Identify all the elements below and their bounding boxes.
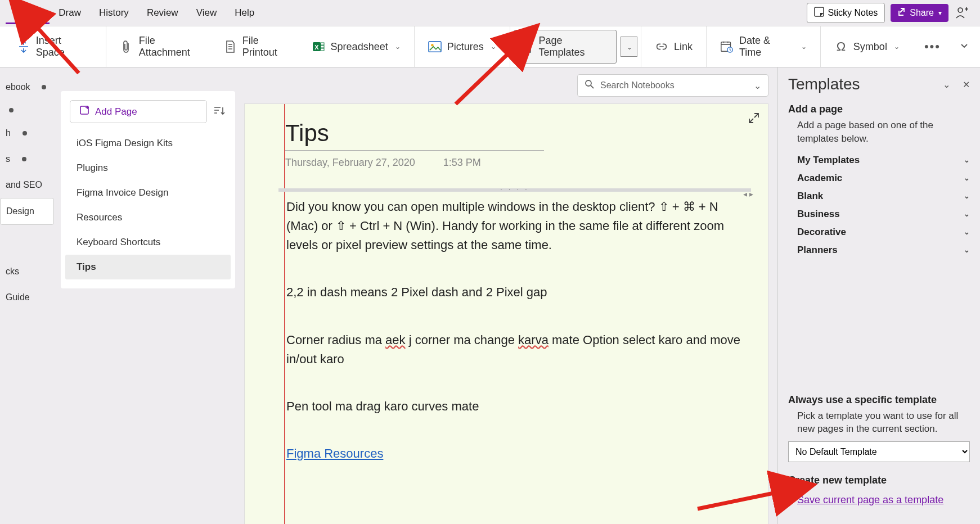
share-label: Share [910,8,934,18]
add-page-section-title: Add a page [788,103,970,115]
spreadsheet-button[interactable]: X Spreadsheet ⌄ [306,35,406,58]
picture-icon [428,40,442,53]
excel-icon: X [312,40,325,53]
svg-point-1 [958,8,963,12]
svg-rect-5 [321,46,324,48]
always-template-title: Always use a specific template [788,394,970,406]
date-time-button[interactable]: Date & Time ⌄ [714,30,812,63]
sticky-note-icon [814,7,824,19]
file-attachment-button[interactable]: File Attachment [114,30,213,63]
page-item-active[interactable]: Tips [65,255,231,279]
menu-history[interactable]: History [90,2,138,24]
svg-rect-6 [321,48,324,51]
link-button[interactable]: Link [649,35,698,58]
insert-space-label: Insert Space [36,35,92,58]
file-printout-button[interactable]: File Printout [218,30,301,63]
menu-view[interactable]: View [187,2,226,24]
ribbon-toolbar: Insert Space File Attachment File Printo… [0,26,980,67]
sticky-notes-button[interactable]: Sticky Notes [807,3,885,23]
chevron-down-icon: ⌄ [627,43,632,51]
menu-help[interactable]: Help [226,2,263,24]
drag-handle[interactable]: . . . . [278,184,751,192]
close-icon[interactable]: ✕ [963,79,970,90]
note-link[interactable]: Figma Resources [286,446,383,460]
page-list-panel: Add Page iOS Figma Design Kits Plugins F… [61,91,235,288]
page-item[interactable]: iOS Figma Design Kits [65,131,231,156]
chevron-down-icon: ⌄ [491,43,496,51]
add-page-button[interactable]: Add Page [70,100,207,123]
section-item-selected[interactable]: Design [0,198,54,225]
page-templates-dropdown[interactable]: ⌄ [621,37,637,57]
chevron-down-icon: ⌄ [964,174,970,182]
section-item[interactable] [0,100,54,120]
note-paragraph[interactable]: 2,2 in dash means 2 Pixel dash and 2 Pix… [286,283,743,302]
add-page-icon [79,105,89,118]
section-nav: ebook h s and SEO Design cks Guide [0,67,54,524]
symbol-label: Symbol [853,41,887,53]
menu-insert[interactable]: Insert [6,2,50,24]
svg-rect-0 [815,7,824,16]
add-page-section-desc: Add a page based on one of the templates… [797,119,970,146]
note-paragraph[interactable]: Corner radius ma aek j corner ma change … [286,331,743,369]
file-attachment-label: File Attachment [139,35,208,58]
sort-button[interactable] [213,105,226,119]
page-templates-button[interactable]: Page Templates [514,30,617,64]
account-icon[interactable] [954,5,970,21]
menu-review[interactable]: Review [138,2,187,24]
chevron-down-icon: ⌄ [894,43,900,51]
template-category[interactable]: Business⌄ [788,205,970,223]
note-title[interactable]: Tips [285,120,544,147]
default-template-select[interactable]: No Default Template [788,441,970,462]
search-icon [585,79,595,92]
chevron-down-icon: ⌄ [964,228,970,236]
share-button[interactable]: Share ▾ [891,4,948,22]
svg-rect-7 [429,42,441,52]
search-notebooks-input[interactable]: Search Notebooks ⌄ [577,74,768,97]
section-item[interactable]: Guide [0,284,54,310]
expand-icon[interactable] [748,112,760,127]
chevron-down-icon: ⌄ [801,43,807,51]
menu-draw[interactable]: Draw [50,2,90,24]
section-item[interactable]: s [0,146,54,172]
chevron-down-icon: ⌄ [754,80,761,91]
insert-space-icon [17,40,30,53]
section-item[interactable]: cks [0,259,54,284]
chevron-down-icon[interactable]: ⌄ [943,79,950,90]
chevron-down-icon: ⌄ [964,246,970,254]
printout-icon [223,40,237,53]
template-category[interactable]: Planners⌄ [788,241,970,259]
templates-panel: Templates ⌄ ✕ Add a page Add a page base… [777,67,980,524]
template-category[interactable]: Decorative⌄ [788,223,970,241]
chevron-down-icon: ⌄ [395,43,401,51]
chevron-down-icon: ▾ [938,9,942,17]
section-item[interactable]: h [0,120,54,146]
page-item[interactable]: Keyboard Shortcuts [65,230,231,255]
section-item[interactable]: and SEO [0,172,54,198]
pictures-button[interactable]: Pictures ⌄ [422,35,502,58]
save-template-link[interactable]: Save current page as a template [797,494,943,506]
page-item[interactable]: Resources [65,205,231,230]
insert-space-button[interactable]: Insert Space [11,30,98,63]
chevron-down-icon: ⌄ [964,192,970,200]
add-page-label: Add Page [95,106,137,118]
section-item[interactable]: ebook [0,74,54,100]
template-category[interactable]: Academic⌄ [788,169,970,187]
page-templates-label: Page Templates [538,35,610,58]
ribbon-more-button[interactable]: ••• [913,39,952,54]
resize-handle-icon[interactable]: ◂ ▸ [743,189,753,198]
ribbon-expand-button[interactable] [952,41,977,52]
note-date: Thursday, February 27, 2020 [285,157,415,169]
note-body-container[interactable]: . . . . ◂ ▸ Did you know you can open mu… [278,188,751,473]
page-item[interactable]: Plugins [65,156,231,180]
symbol-button[interactable]: Ω Symbol ⌄ [829,35,905,58]
file-printout-label: File Printout [242,35,296,58]
calendar-clock-icon [720,40,734,53]
template-category[interactable]: Blank⌄ [788,187,970,205]
template-category[interactable]: My Templates⌄ [788,151,970,169]
note-paragraph[interactable]: Did you know you can open multiple windo… [286,197,743,255]
note-paragraph[interactable]: Pen tool ma drag karo curves mate [286,397,743,416]
svg-rect-4 [321,43,324,45]
page-item[interactable]: Figma Invoice Design [65,180,231,205]
content-area: Search Notebooks ⌄ Tips Thursday, Februa… [244,67,777,524]
note-canvas[interactable]: Tips Thursday, February 27, 2020 1:53 PM… [244,103,768,524]
